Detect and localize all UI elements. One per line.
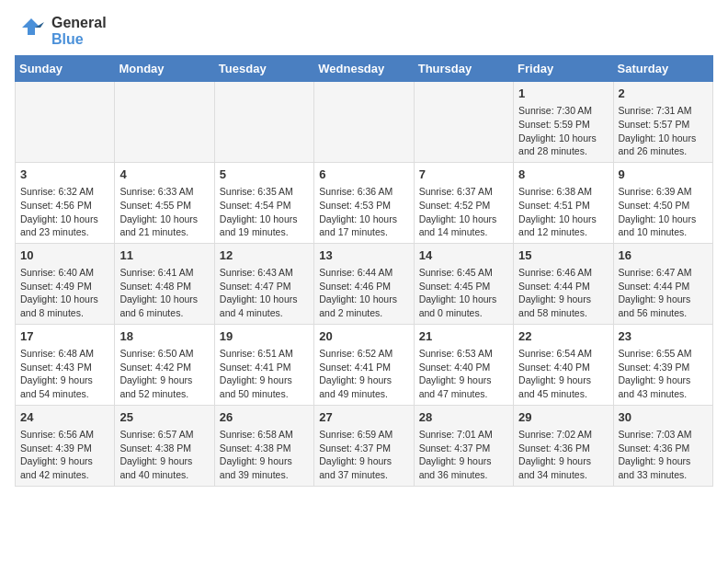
day-number: 15 [518, 247, 608, 264]
day-info: Sunrise: 6:59 AM Sunset: 4:37 PM Dayligh… [319, 428, 408, 482]
day-number: 23 [619, 328, 708, 345]
day-info: Sunrise: 6:37 AM Sunset: 4:52 PM Dayligh… [419, 185, 508, 239]
calendar-cell: 23Sunrise: 6:55 AM Sunset: 4:39 PM Dayli… [613, 324, 712, 405]
day-number: 13 [319, 247, 408, 264]
day-info: Sunrise: 6:54 AM Sunset: 4:40 PM Dayligh… [518, 347, 608, 401]
day-number: 17 [20, 328, 109, 345]
day-info: Sunrise: 6:50 AM Sunset: 4:42 PM Dayligh… [119, 347, 209, 401]
day-number: 14 [419, 247, 508, 264]
day-info: Sunrise: 7:02 AM Sunset: 4:36 PM Dayligh… [518, 428, 608, 482]
calendar-cell [115, 82, 214, 163]
day-number: 24 [20, 409, 109, 426]
logo-icon [15, 15, 48, 48]
calendar-cell: 30Sunrise: 7:03 AM Sunset: 4:36 PM Dayli… [613, 405, 712, 486]
day-number: 6 [319, 167, 408, 183]
day-number: 10 [20, 247, 109, 264]
day-info: Sunrise: 6:38 AM Sunset: 4:51 PM Dayligh… [518, 185, 608, 239]
day-number: 28 [419, 409, 508, 426]
calendar-cell: 4Sunrise: 6:33 AM Sunset: 4:55 PM Daylig… [115, 162, 214, 243]
calendar-cell: 28Sunrise: 7:01 AM Sunset: 4:37 PM Dayli… [414, 405, 513, 486]
day-number: 26 [220, 409, 309, 426]
calendar-cell: 29Sunrise: 7:02 AM Sunset: 4:36 PM Dayli… [514, 405, 613, 486]
calendar-cell: 7Sunrise: 6:37 AM Sunset: 4:52 PM Daylig… [414, 162, 513, 243]
day-info: Sunrise: 6:36 AM Sunset: 4:53 PM Dayligh… [319, 185, 408, 239]
day-info: Sunrise: 6:56 AM Sunset: 4:39 PM Dayligh… [20, 428, 109, 482]
day-header-monday: Monday [115, 56, 214, 82]
calendar-cell: 22Sunrise: 6:54 AM Sunset: 4:40 PM Dayli… [514, 324, 613, 405]
day-header-friday: Friday [514, 56, 613, 82]
day-info: Sunrise: 6:51 AM Sunset: 4:41 PM Dayligh… [220, 347, 309, 401]
calendar-cell: 20Sunrise: 6:52 AM Sunset: 4:41 PM Dayli… [314, 324, 414, 405]
day-info: Sunrise: 6:58 AM Sunset: 4:38 PM Dayligh… [220, 428, 309, 482]
day-number: 7 [419, 167, 508, 183]
day-number: 30 [619, 409, 708, 426]
day-info: Sunrise: 6:53 AM Sunset: 4:40 PM Dayligh… [419, 347, 508, 401]
day-info: Sunrise: 6:52 AM Sunset: 4:41 PM Dayligh… [319, 347, 408, 401]
day-number: 2 [619, 86, 708, 102]
calendar-cell: 18Sunrise: 6:50 AM Sunset: 4:42 PM Dayli… [115, 324, 214, 405]
calendar-cell: 12Sunrise: 6:43 AM Sunset: 4:47 PM Dayli… [214, 243, 313, 324]
calendar-cell: 3Sunrise: 6:32 AM Sunset: 4:56 PM Daylig… [16, 162, 115, 243]
calendar-cell: 5Sunrise: 6:35 AM Sunset: 4:54 PM Daylig… [214, 162, 313, 243]
calendar-cell: 15Sunrise: 6:46 AM Sunset: 4:44 PM Dayli… [514, 243, 613, 324]
day-header-sunday: Sunday [16, 56, 115, 82]
calendar-cell [214, 82, 313, 163]
calendar-week-row: 3Sunrise: 6:32 AM Sunset: 4:56 PM Daylig… [16, 162, 713, 243]
day-info: Sunrise: 6:32 AM Sunset: 4:56 PM Dayligh… [20, 185, 109, 239]
day-info: Sunrise: 6:39 AM Sunset: 4:50 PM Dayligh… [619, 185, 708, 239]
calendar-cell: 27Sunrise: 6:59 AM Sunset: 4:37 PM Dayli… [314, 405, 414, 486]
day-info: Sunrise: 6:57 AM Sunset: 4:38 PM Dayligh… [119, 428, 209, 482]
calendar-cell [314, 82, 414, 163]
calendar-cell: 14Sunrise: 6:45 AM Sunset: 4:45 PM Dayli… [414, 243, 513, 324]
day-number: 1 [518, 86, 608, 102]
day-info: Sunrise: 6:40 AM Sunset: 4:49 PM Dayligh… [20, 266, 109, 320]
day-number: 8 [518, 167, 608, 183]
calendar-table: SundayMondayTuesdayWednesdayThursdayFrid… [15, 55, 713, 487]
day-number: 20 [319, 328, 408, 345]
calendar-cell: 1Sunrise: 7:30 AM Sunset: 5:59 PM Daylig… [514, 82, 613, 163]
calendar-cell: 17Sunrise: 6:48 AM Sunset: 4:43 PM Dayli… [16, 324, 115, 405]
day-number: 21 [419, 328, 508, 345]
day-info: Sunrise: 6:41 AM Sunset: 4:48 PM Dayligh… [119, 266, 209, 320]
calendar-week-row: 24Sunrise: 6:56 AM Sunset: 4:39 PM Dayli… [16, 405, 713, 486]
day-info: Sunrise: 6:45 AM Sunset: 4:45 PM Dayligh… [419, 266, 508, 320]
day-info: Sunrise: 6:47 AM Sunset: 4:44 PM Dayligh… [619, 266, 708, 320]
header: General Blue [15, 15, 713, 48]
day-header-saturday: Saturday [613, 56, 712, 82]
day-number: 19 [220, 328, 309, 345]
day-info: Sunrise: 6:43 AM Sunset: 4:47 PM Dayligh… [220, 266, 309, 320]
day-number: 5 [220, 167, 309, 183]
day-number: 12 [220, 247, 309, 264]
calendar-cell: 21Sunrise: 6:53 AM Sunset: 4:40 PM Dayli… [414, 324, 513, 405]
day-header-thursday: Thursday [414, 56, 513, 82]
day-header-wednesday: Wednesday [314, 56, 414, 82]
day-info: Sunrise: 6:35 AM Sunset: 4:54 PM Dayligh… [220, 185, 309, 239]
day-info: Sunrise: 6:33 AM Sunset: 4:55 PM Dayligh… [119, 185, 209, 239]
calendar-week-row: 1Sunrise: 7:30 AM Sunset: 5:59 PM Daylig… [16, 82, 713, 163]
day-number: 11 [119, 247, 209, 264]
calendar-header-row: SundayMondayTuesdayWednesdayThursdayFrid… [16, 56, 713, 82]
calendar-cell: 13Sunrise: 6:44 AM Sunset: 4:46 PM Dayli… [314, 243, 414, 324]
calendar-cell: 11Sunrise: 6:41 AM Sunset: 4:48 PM Dayli… [115, 243, 214, 324]
logo: General Blue [15, 15, 107, 48]
logo-text: General Blue [51, 15, 107, 48]
day-info: Sunrise: 7:01 AM Sunset: 4:37 PM Dayligh… [419, 428, 508, 482]
day-number: 22 [518, 328, 608, 345]
day-header-tuesday: Tuesday [214, 56, 313, 82]
calendar-cell: 8Sunrise: 6:38 AM Sunset: 4:51 PM Daylig… [514, 162, 613, 243]
day-info: Sunrise: 7:30 AM Sunset: 5:59 PM Dayligh… [518, 104, 608, 158]
calendar-week-row: 17Sunrise: 6:48 AM Sunset: 4:43 PM Dayli… [16, 324, 713, 405]
day-number: 16 [619, 247, 708, 264]
calendar-cell: 25Sunrise: 6:57 AM Sunset: 4:38 PM Dayli… [115, 405, 214, 486]
day-number: 18 [119, 328, 209, 345]
day-number: 9 [619, 167, 708, 183]
day-info: Sunrise: 7:31 AM Sunset: 5:57 PM Dayligh… [619, 104, 708, 158]
calendar-cell: 10Sunrise: 6:40 AM Sunset: 4:49 PM Dayli… [16, 243, 115, 324]
day-info: Sunrise: 7:03 AM Sunset: 4:36 PM Dayligh… [619, 428, 708, 482]
calendar-cell: 16Sunrise: 6:47 AM Sunset: 4:44 PM Dayli… [613, 243, 712, 324]
day-number: 3 [20, 167, 109, 183]
day-number: 25 [119, 409, 209, 426]
calendar-cell: 2Sunrise: 7:31 AM Sunset: 5:57 PM Daylig… [613, 82, 712, 163]
calendar-cell: 19Sunrise: 6:51 AM Sunset: 4:41 PM Dayli… [214, 324, 313, 405]
day-info: Sunrise: 6:44 AM Sunset: 4:46 PM Dayligh… [319, 266, 408, 320]
